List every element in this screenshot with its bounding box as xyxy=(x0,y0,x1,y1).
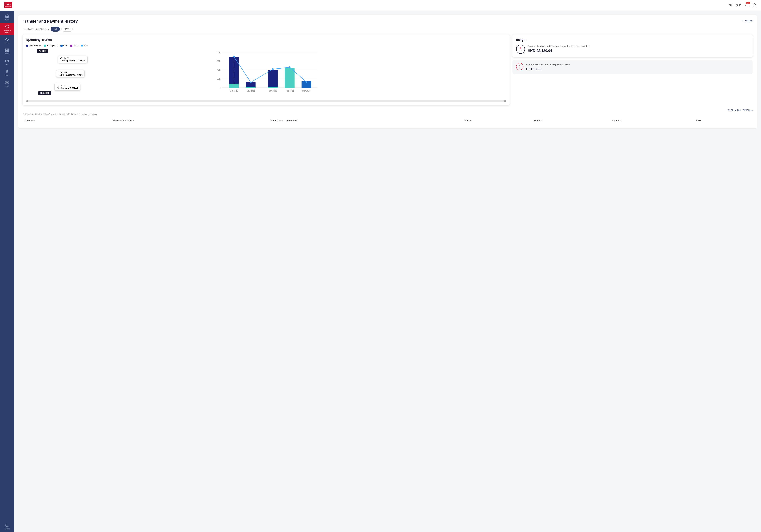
insight-title: Insight xyxy=(516,38,749,42)
page-card: Transfer and Payment History ↻ Refresh F… xyxy=(18,15,757,128)
page-header: Transfer and Payment History ↻ Refresh xyxy=(23,19,752,24)
insight-card: Insight $ ⇄ Average Transfer and Payment… xyxy=(512,34,752,105)
insight-ipay-box: $ ⇄ Average IPAY Amount in the past 6 mo… xyxy=(512,60,752,74)
transfer-icon-circle: $ ⇄ xyxy=(516,44,525,54)
legend-label-ipay: IPAY xyxy=(63,44,67,47)
profile-button[interactable] xyxy=(729,3,733,7)
svg-text:Oct 2021: Oct 2021 xyxy=(230,90,238,92)
tooltip-fund-month: Oct 2021: xyxy=(59,71,83,74)
clear-filter-button[interactable]: ↻ Clear filter xyxy=(728,109,741,112)
svg-text:Jan 2022: Jan 2022 xyxy=(269,90,277,92)
total-dot-oct xyxy=(233,56,235,57)
logo-area: 大新銀行 DAH SING BANK xyxy=(4,2,12,9)
page-title: Transfer and Payment History xyxy=(23,19,78,24)
col-transaction-date[interactable]: Transaction Date ⬆ xyxy=(111,118,268,124)
legend-label-bill-payment: Bill Payment xyxy=(47,44,57,47)
svg-rect-7 xyxy=(7,49,9,50)
sidebar-item-rewards[interactable]: Rewa xyxy=(0,68,14,79)
insight-transfer-text: Average Transfer and Payment Amount in t… xyxy=(528,44,589,53)
sidebar-item-transfer-label: Transfer & Paym xyxy=(1,29,13,33)
tooltip-total-spending: Oct 2021: Total Spending 71.7666K xyxy=(58,56,88,63)
col-credit[interactable]: Credit ⬆ xyxy=(610,118,694,124)
col-view: View xyxy=(694,118,752,124)
sidebar-item-wealth[interactable]: Wealth xyxy=(0,35,14,46)
svg-text:$: $ xyxy=(519,65,520,67)
sort-icon-date: ⬆ xyxy=(133,120,134,122)
total-dot-mar xyxy=(306,81,307,83)
filter-ipay-button[interactable]: iPAY xyxy=(61,27,73,31)
legend-dot-ipay xyxy=(60,44,63,47)
clear-filter-icon: ↻ xyxy=(728,109,730,112)
lock-button[interactable] xyxy=(752,3,757,7)
legend-edda: eDDA xyxy=(70,44,78,47)
svg-rect-9 xyxy=(7,51,9,52)
svg-text:20K: 20K xyxy=(217,78,221,80)
sidebar-item-transfer[interactable]: Transfer & Paym xyxy=(0,23,14,35)
svg-rect-8 xyxy=(6,51,7,52)
legend-fund-transfer: Fund Transfer xyxy=(26,44,41,47)
col-debit[interactable]: Debit ⬆ xyxy=(532,118,610,124)
insight-ipay-row: $ ⇄ Average IPAY Amount in the past 6 mo… xyxy=(516,63,749,71)
svg-text:80K: 80K xyxy=(217,51,221,53)
sort-icon-credit: ⬆ xyxy=(620,120,621,122)
total-dot-feb xyxy=(289,67,291,68)
filter-icon xyxy=(743,109,746,112)
table-header-row: Category Transaction Date ⬆ Payer / Paye… xyxy=(23,118,752,124)
oct-month-label: Oct 2021 xyxy=(38,91,51,95)
main-layout: Home Transfer & Paym Wealth Applic xyxy=(0,11,761,532)
bar-jan-fund xyxy=(268,70,278,88)
refresh-icon: ↻ xyxy=(741,19,744,22)
insight-transfer-amount: HKD 23,120.04 xyxy=(528,49,589,53)
legend-dot-edda xyxy=(70,44,72,47)
insight-transfer-box: Insight $ ⇄ Average Transfer and Payment… xyxy=(512,34,752,57)
svg-text:大新銀行: 大新銀行 xyxy=(5,4,11,5)
svg-point-12 xyxy=(7,82,8,83)
notifications-button[interactable]: 99+ xyxy=(745,3,749,7)
content-area: Transfer and Payment History ↻ Refresh F… xyxy=(14,11,761,532)
legend-dot-fund-transfer xyxy=(26,44,28,47)
legend-dot-total xyxy=(81,44,83,47)
bottom-section: ↻ Clear filter Filters Please update the… xyxy=(23,109,752,124)
chart-legend: Fund Transfer Bill Payment IPAY eDD xyxy=(26,44,506,47)
sidebar-item-home-label: Home xyxy=(5,19,9,21)
nav-actions: 繁體 99+ xyxy=(729,3,757,7)
transaction-table: Category Transaction Date ⬆ Payer / Paye… xyxy=(23,118,752,124)
sidebar: Home Transfer & Paym Wealth Applic xyxy=(0,11,14,532)
svg-rect-6 xyxy=(6,49,7,50)
bar-jan-bill xyxy=(268,87,278,88)
filter-all-button[interactable]: All xyxy=(51,27,60,31)
insight-transfer-row: $ ⇄ Average Transfer and Payment Amount … xyxy=(516,44,749,54)
refresh-button[interactable]: ↻ Refresh xyxy=(741,19,752,22)
svg-text:Feb 2022: Feb 2022 xyxy=(285,90,294,92)
legend-dot-bill-payment xyxy=(44,44,46,47)
chart-scrollbar[interactable] xyxy=(26,100,506,102)
tooltip-bill-month: Oct 2021: xyxy=(57,84,78,87)
sidebar-item-home[interactable]: Home xyxy=(0,12,14,23)
sidebar-item-rewards-label: Rewa xyxy=(5,75,9,76)
filter-bar: Filter by Product Category All iPAY xyxy=(23,27,752,31)
sidebar-item-settings[interactable]: Setti xyxy=(0,79,14,89)
sidebar-item-search[interactable]: Search xyxy=(0,521,14,532)
bar-chart-svg: 80K 60K 40K 20K 0 xyxy=(26,49,506,96)
filters-button[interactable]: Filters xyxy=(743,109,752,112)
svg-text:60K: 60K xyxy=(217,60,221,62)
filter-label: Filter by Product Category xyxy=(23,28,49,30)
chart-title: Spending Trends xyxy=(26,38,506,42)
sidebar-item-wealth-label: Wealth xyxy=(5,42,10,44)
bar-nov-bill xyxy=(246,87,256,88)
legend-total: Total xyxy=(81,44,88,47)
transfer-icon-svg: $ ⇄ xyxy=(517,46,524,52)
col-category: Category xyxy=(23,118,111,124)
svg-text:DAH SING BANK: DAH SING BANK xyxy=(5,6,12,7)
col-status: Status xyxy=(462,118,532,124)
legend-label-fund-transfer: Fund Transfer xyxy=(29,44,41,47)
notification-badge: 99+ xyxy=(746,2,750,4)
sidebar-item-services[interactable]: Servi xyxy=(0,57,14,68)
language-button[interactable]: 繁體 xyxy=(736,4,741,7)
filter-actions: ↻ Clear filter Filters xyxy=(23,109,752,112)
scrollbar-thumb-right xyxy=(504,100,506,102)
sidebar-item-applications[interactable]: Applic xyxy=(0,46,14,57)
bank-logo: 大新銀行 DAH SING BANK xyxy=(4,2,12,9)
col-payer: Payer / Payee / Merchant xyxy=(268,118,462,124)
insight-ipay-amount: HKD 0.00 xyxy=(526,67,570,71)
